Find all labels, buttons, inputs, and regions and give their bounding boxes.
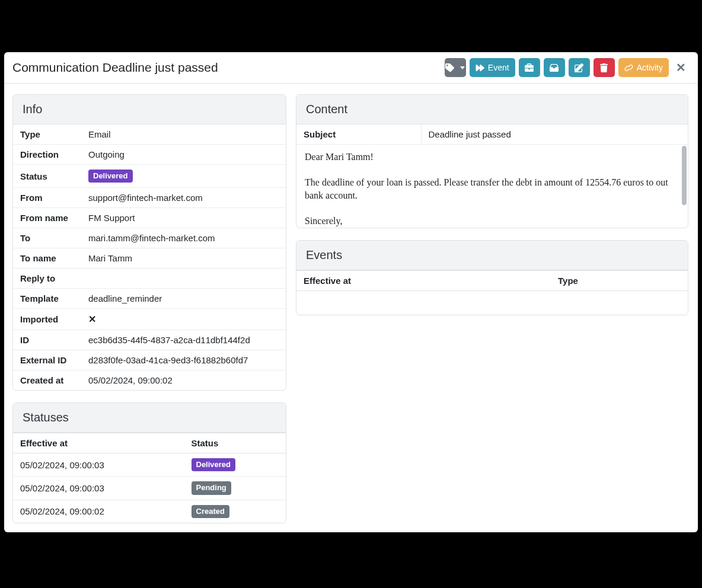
- statuses-effective: 05/02/2024, 09:00:02: [13, 500, 184, 523]
- statuses-card: Statuses Effective at Status 05/02/2024,…: [12, 402, 286, 523]
- edit-icon: [575, 63, 583, 72]
- info-value-direction: Outgoing: [81, 145, 286, 165]
- content-body[interactable]: Dear Mari Tamm!The deadline of your loan…: [296, 145, 688, 228]
- briefcase-icon: [525, 63, 534, 72]
- info-label-from: From: [13, 188, 81, 208]
- content-card-header: Content: [296, 95, 688, 124]
- subject-label: Subject: [296, 124, 421, 145]
- info-card: Info TypeEmail DirectionOutgoing StatusD…: [12, 94, 286, 391]
- info-table: TypeEmail DirectionOutgoing StatusDelive…: [13, 124, 286, 390]
- tag-dropdown-button[interactable]: [445, 58, 466, 77]
- info-card-header: Info: [13, 95, 286, 124]
- close-button[interactable]: ✕: [672, 62, 690, 74]
- inbox-button[interactable]: [544, 58, 565, 77]
- statuses-table: Effective at Status 05/02/2024, 09:00:03…: [13, 433, 286, 523]
- activity-button-label: Activity: [637, 63, 663, 72]
- delete-button[interactable]: [593, 58, 615, 77]
- info-label-status: Status: [13, 165, 81, 188]
- statuses-row: 05/02/2024, 09:00:03 Delivered: [13, 453, 286, 477]
- info-value-status: Delivered: [81, 165, 286, 188]
- status-badge: Created: [192, 505, 229, 518]
- info-value-externalid: d283f0fe-03ad-41ca-9ed3-f61882b60fd7: [81, 350, 286, 370]
- info-label-to: To: [13, 228, 81, 248]
- events-card: Events Effective at Type: [296, 240, 688, 315]
- content-card: Content Subject Deadline just passed Dea…: [296, 94, 688, 228]
- statuses-status: Delivered: [184, 453, 286, 477]
- info-label-fromname: From name: [13, 208, 81, 228]
- info-label-template: Template: [13, 289, 81, 309]
- statuses-header-effective: Effective at: [13, 433, 184, 453]
- subject-row: Subject Deadline just passed: [296, 124, 688, 145]
- communication-modal: Communication Deadline just passed Event: [4, 52, 698, 532]
- modal-title: Communication Deadline just passed: [12, 60, 218, 75]
- statuses-effective: 05/02/2024, 09:00:03: [13, 453, 184, 477]
- statuses-row: 05/02/2024, 09:00:03 Pending: [13, 477, 286, 500]
- events-header-effective: Effective at: [296, 271, 551, 291]
- activity-button[interactable]: Activity: [618, 58, 669, 77]
- info-value-replyto: [81, 269, 286, 289]
- info-value-fromname: FM Support: [81, 208, 286, 228]
- inbox-icon: [550, 63, 559, 72]
- info-label-replyto: Reply to: [13, 269, 81, 289]
- info-label-direction: Direction: [13, 145, 81, 165]
- trash-icon: [599, 63, 608, 72]
- info-value-id: ec3b6d35-44f5-4837-a2ca-d11dbf144f2d: [81, 330, 286, 350]
- info-value-from: support@fintech-market.com: [81, 188, 286, 208]
- x-icon: ✕: [88, 314, 96, 324]
- status-badge: Pending: [192, 481, 231, 494]
- edit-button[interactable]: [569, 58, 590, 77]
- fast-forward-icon: [476, 63, 484, 72]
- info-value-toname: Mari Tamm: [81, 248, 286, 269]
- modal-body: Info TypeEmail DirectionOutgoing StatusD…: [4, 84, 698, 532]
- statuses-status: Created: [184, 500, 286, 523]
- status-badge-delivered: Delivered: [88, 170, 133, 183]
- info-label-imported: Imported: [13, 309, 81, 330]
- events-table: Effective at Type: [296, 270, 688, 291]
- briefcase-button[interactable]: [519, 58, 540, 77]
- info-label-createdat: Created at: [13, 370, 81, 391]
- info-value-to: mari.tamm@fintech-market.com: [81, 228, 286, 248]
- info-value-imported: ✕: [81, 309, 286, 330]
- info-value-template: deadline_reminder: [81, 289, 286, 309]
- statuses-card-header: Statuses: [13, 403, 286, 433]
- status-badge: Delivered: [192, 458, 236, 471]
- info-label-externalid: External ID: [13, 350, 81, 370]
- info-label-toname: To name: [13, 248, 81, 269]
- scrollbar-thumb[interactable]: [682, 146, 687, 205]
- statuses-row: 05/02/2024, 09:00:02 Created: [13, 500, 286, 523]
- tag-icon: [445, 63, 454, 72]
- statuses-status: Pending: [184, 477, 286, 500]
- events-empty-body: [296, 291, 688, 315]
- info-value-createdat: 05/02/2024, 09:00:02: [81, 370, 286, 391]
- event-button[interactable]: Event: [470, 58, 515, 77]
- events-card-header: Events: [296, 241, 688, 270]
- modal-header: Communication Deadline just passed Event: [4, 52, 698, 84]
- info-value-type: Email: [81, 124, 286, 145]
- event-button-label: Event: [488, 63, 509, 72]
- info-label-id: ID: [13, 330, 81, 350]
- subject-value: Deadline just passed: [421, 124, 688, 145]
- header-actions: Event Activity ✕: [445, 58, 690, 77]
- events-header-type: Type: [551, 271, 688, 291]
- caret-down-icon: [460, 66, 465, 69]
- info-label-type: Type: [13, 124, 81, 145]
- statuses-header-status: Status: [184, 433, 286, 453]
- link-icon: [624, 63, 633, 72]
- statuses-effective: 05/02/2024, 09:00:03: [13, 477, 184, 500]
